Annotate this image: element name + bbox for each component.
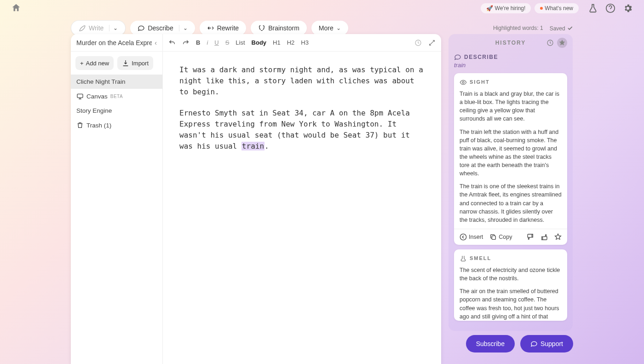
- thumbs-down-icon[interactable]: [527, 233, 534, 241]
- trash-icon: [76, 121, 84, 129]
- history-icon[interactable]: [414, 39, 422, 46]
- dot-icon: [540, 7, 543, 10]
- brainstorm-label: Brainstorm: [268, 24, 299, 32]
- describe-icon: [454, 53, 461, 61]
- paragraph: Ernesto Smyth sat in Seat 34, car A on t…: [179, 108, 425, 152]
- thumbs-up-icon[interactable]: [540, 233, 548, 241]
- highlighted-count: Highlighted words: 1: [493, 25, 543, 31]
- hiring-pill[interactable]: 🚀 We're hiring!: [481, 3, 531, 13]
- sidebar-item-label: Cliche Night Train: [76, 78, 126, 85]
- smell-card: SMELL The scent of electricity and ozone…: [454, 249, 567, 321]
- sight-label: SIGHT: [470, 79, 490, 86]
- strikethrough-button[interactable]: S: [225, 39, 230, 46]
- insert-label: Insert: [469, 233, 483, 241]
- editor-content[interactable]: It was a dark and stormy night and, as w…: [163, 52, 441, 175]
- eye-icon: [460, 79, 467, 86]
- add-new-label: Add new: [86, 60, 109, 67]
- describe-header: DESCRIBE: [464, 54, 498, 60]
- support-label: Support: [540, 340, 563, 347]
- smell-text: The scent of electricity and ozone tickl…: [460, 266, 562, 283]
- write-label: Write: [89, 24, 104, 32]
- history-panel: HISTORY DESCRIBE train SIGHT Train is a …: [448, 34, 573, 331]
- copy-label: Copy: [499, 233, 512, 241]
- list-button[interactable]: List: [236, 39, 245, 46]
- sidebar-item-label: Trash (1): [86, 122, 111, 129]
- chevron-left-icon[interactable]: ‹: [155, 39, 157, 46]
- smell-text: The air on the train smelled of buttered…: [460, 287, 562, 321]
- body-style-button[interactable]: Body: [252, 39, 267, 46]
- svg-rect-6: [492, 236, 496, 239]
- whatsnew-pill[interactable]: What's new: [535, 3, 579, 13]
- canvas-icon: [76, 92, 84, 100]
- copy-button[interactable]: Copy: [489, 233, 512, 241]
- sidebar-item-label: Canvas: [86, 93, 108, 100]
- redo-button[interactable]: [182, 39, 190, 46]
- h2-button[interactable]: H2: [287, 39, 295, 46]
- help-icon[interactable]: [605, 3, 615, 13]
- italic-button[interactable]: i: [207, 39, 208, 46]
- chevron-down-icon[interactable]: ⌄: [109, 25, 118, 31]
- describe-button[interactable]: Describe ⌄: [130, 21, 195, 35]
- expand-icon[interactable]: [428, 39, 436, 46]
- insert-button[interactable]: Insert: [460, 233, 483, 241]
- beta-badge: BETA: [110, 94, 123, 99]
- more-label: More: [319, 24, 334, 32]
- flask-icon[interactable]: [588, 3, 598, 13]
- describe-term: train: [454, 62, 567, 69]
- subscribe-button[interactable]: Subscribe: [466, 335, 515, 352]
- describe-label: Describe: [148, 24, 173, 32]
- write-button[interactable]: Write ⌄: [71, 20, 126, 36]
- sidebar-item-trash[interactable]: Trash (1): [71, 118, 162, 133]
- more-button[interactable]: More ⌄: [311, 21, 348, 35]
- sight-text: Train is a black and gray blur, the car …: [460, 90, 562, 123]
- home-icon[interactable]: [11, 3, 22, 14]
- h3-button[interactable]: H3: [301, 39, 309, 46]
- sight-text: The train is one of the sleekest trains …: [460, 182, 562, 224]
- nose-icon: [460, 255, 467, 262]
- chevron-down-icon[interactable]: ⌄: [179, 25, 188, 31]
- saved-status: Saved: [550, 25, 573, 32]
- add-new-button[interactable]: + Add new: [75, 56, 114, 70]
- brainstorm-button[interactable]: Brainstorm: [251, 21, 307, 35]
- plus-icon: +: [80, 60, 84, 67]
- svg-point-5: [460, 234, 466, 240]
- hiring-label: We're hiring!: [495, 5, 526, 12]
- highlighted-word[interactable]: train: [242, 142, 264, 150]
- subscribe-label: Subscribe: [476, 340, 505, 347]
- rewrite-button[interactable]: Rewrite: [200, 21, 246, 35]
- download-icon: [122, 59, 129, 67]
- import-button[interactable]: Import: [117, 56, 153, 70]
- chat-icon: [530, 340, 538, 347]
- rewrite-label: Rewrite: [217, 24, 239, 32]
- import-label: Import: [132, 60, 149, 67]
- star-icon[interactable]: [554, 233, 562, 241]
- chevron-down-icon: ⌄: [336, 25, 341, 31]
- rocket-icon: 🚀: [486, 5, 493, 12]
- bold-button[interactable]: B: [196, 39, 200, 46]
- whatsnew-label: What's new: [545, 5, 573, 12]
- smell-label: SMELL: [470, 255, 491, 262]
- paragraph: It was a dark and stormy night and, as w…: [179, 64, 425, 98]
- document-title: Murder on the Acela Expres: [76, 39, 152, 46]
- gear-icon[interactable]: [623, 3, 633, 13]
- underline-button[interactable]: U: [214, 39, 218, 46]
- sidebar-item-story-engine[interactable]: Story Engine: [71, 104, 162, 118]
- sidebar-item-cliche[interactable]: Cliche Night Train: [71, 75, 162, 89]
- history-star-icon[interactable]: [557, 38, 567, 48]
- sidebar-item-canvas[interactable]: Canvas BETA: [71, 89, 162, 104]
- sight-card: SIGHT Train is a black and gray blur, th…: [454, 73, 567, 245]
- sidebar-item-label: Story Engine: [76, 107, 112, 114]
- undo-button[interactable]: [168, 39, 176, 46]
- svg-point-4: [462, 81, 464, 83]
- h1-button[interactable]: H1: [273, 39, 281, 46]
- support-button[interactable]: Support: [520, 335, 573, 352]
- history-title: HISTORY: [495, 40, 526, 46]
- sight-text: The train left the station with a huff a…: [460, 128, 562, 178]
- svg-rect-1: [77, 94, 83, 98]
- history-clock-icon[interactable]: [545, 38, 555, 48]
